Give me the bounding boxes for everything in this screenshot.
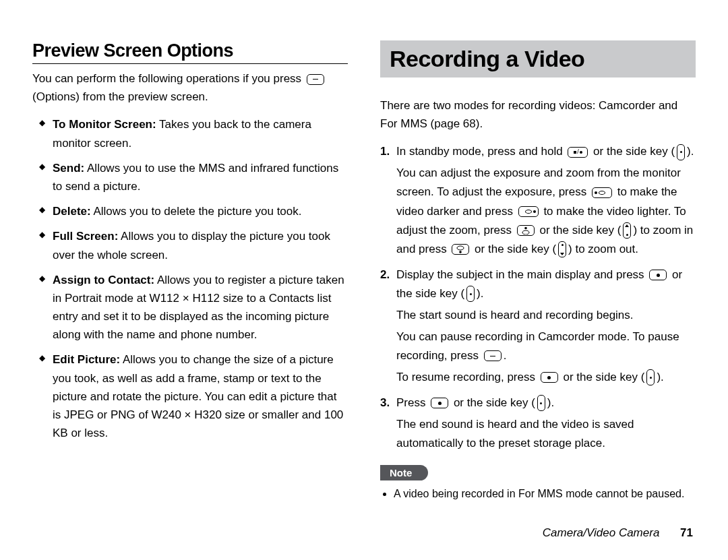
note-item: A video being recorded in For MMS mode c… bbox=[394, 486, 696, 503]
text: You can perform the following operations… bbox=[32, 72, 305, 85]
step-3: Press or the side key (). The end sound … bbox=[396, 394, 696, 453]
item-text: Allows you to change the size of a pictu… bbox=[53, 353, 343, 439]
side-key-icon bbox=[466, 286, 475, 302]
right-column: Recording a Video There are two modes fo… bbox=[375, 40, 696, 503]
svg-point-0 bbox=[524, 227, 527, 230]
item-label: Assign to Contact: bbox=[53, 274, 154, 286]
list-item: Send: Allows you to use the MMS and infr… bbox=[53, 159, 348, 195]
page-footer: Camera/Video Camera 71 bbox=[543, 526, 693, 540]
list-item: Edit Picture: Allows you to change the s… bbox=[53, 350, 348, 442]
text: or the side key ( bbox=[450, 396, 535, 409]
text: The end sound is heard and the video is … bbox=[396, 418, 634, 449]
side-key-icon bbox=[677, 144, 685, 160]
text: or the side key ( bbox=[590, 145, 675, 158]
page-content: Preview Screen Options You can perform t… bbox=[0, 0, 728, 503]
footer-page-number: 71 bbox=[680, 526, 693, 539]
text: The start sound is heard and recording b… bbox=[396, 309, 634, 321]
note-label: Note bbox=[380, 465, 428, 480]
nav-left-key-icon bbox=[592, 187, 612, 198]
text: ). bbox=[657, 371, 663, 383]
svg-point-2 bbox=[457, 246, 464, 250]
recording-video-heading: Recording a Video bbox=[380, 40, 696, 77]
svg-point-1 bbox=[522, 230, 529, 235]
item-label: Edit Picture: bbox=[53, 353, 120, 366]
side-up-key-icon bbox=[623, 222, 631, 239]
text: or the side key ( bbox=[471, 243, 556, 255]
text: . bbox=[504, 349, 507, 362]
text: or the side key ( bbox=[560, 371, 645, 383]
item-text: Allows you to use the MMS and infrared f… bbox=[53, 162, 338, 193]
list-item: Delete: Allows you to delete the picture… bbox=[53, 202, 348, 220]
preview-options-intro: You can perform the following operations… bbox=[32, 69, 348, 106]
camera-key-icon: / bbox=[568, 147, 588, 158]
item-text: Allows you to delete the picture you too… bbox=[91, 205, 302, 218]
text: ). bbox=[687, 145, 694, 158]
text: (Options) from the preview screen. bbox=[32, 90, 208, 103]
text: or the side key ( bbox=[537, 224, 621, 237]
softkey-icon bbox=[307, 74, 324, 85]
text: ) to zoom out. bbox=[568, 243, 638, 255]
text: In standby mode, press and hold bbox=[396, 145, 566, 158]
note-list: A video being recorded in For MMS mode c… bbox=[380, 486, 696, 503]
text: You can pause recording in Camcorder mod… bbox=[396, 330, 679, 362]
item-label: Send: bbox=[53, 162, 84, 175]
center-key-icon bbox=[431, 398, 448, 408]
text: ). bbox=[477, 287, 483, 300]
svg-point-3 bbox=[460, 251, 462, 253]
left-column: Preview Screen Options You can perform t… bbox=[32, 40, 353, 503]
recording-intro: There are two modes for recording videos… bbox=[380, 96, 696, 133]
list-item: To Monitor Screen: Takes you back to the… bbox=[53, 115, 348, 152]
footer-section: Camera/Video Camera bbox=[543, 526, 660, 539]
nav-right-key-icon bbox=[518, 206, 539, 217]
preview-options-heading: Preview Screen Options bbox=[32, 40, 348, 64]
step-1: In standby mode, press and hold / or the… bbox=[396, 142, 696, 258]
list-item: Full Screen: Allows you to display the p… bbox=[53, 227, 348, 263]
softkey-icon bbox=[484, 350, 502, 361]
side-key-icon bbox=[646, 369, 655, 385]
center-key-icon bbox=[649, 270, 667, 280]
list-item: Assign to Contact: Allows you to registe… bbox=[53, 271, 348, 344]
step-2: Display the subject in the main display … bbox=[396, 266, 696, 387]
preview-options-list: To Monitor Screen: Takes you back to the… bbox=[32, 115, 348, 442]
side-down-key-icon bbox=[558, 241, 566, 257]
item-label: Delete: bbox=[53, 205, 91, 218]
text: ). bbox=[547, 396, 554, 409]
text: To resume recording, press bbox=[396, 371, 539, 383]
text: Display the subject in the main display … bbox=[396, 268, 647, 281]
nav-up-key-icon bbox=[517, 225, 535, 236]
side-key-icon bbox=[537, 395, 545, 411]
center-key-icon bbox=[541, 372, 558, 383]
recording-steps: In standby mode, press and hold / or the… bbox=[380, 142, 696, 453]
item-label: Full Screen: bbox=[53, 230, 118, 243]
nav-down-key-icon bbox=[452, 244, 469, 255]
text: Press bbox=[396, 396, 429, 409]
item-label: To Monitor Screen: bbox=[53, 118, 156, 131]
